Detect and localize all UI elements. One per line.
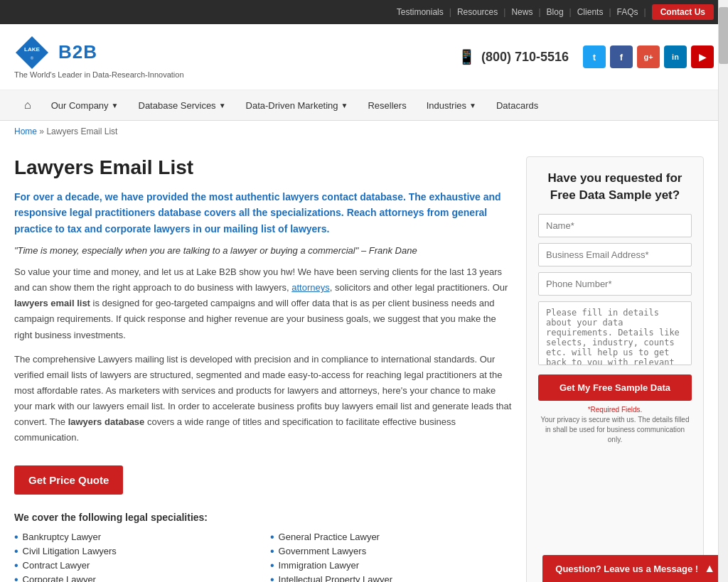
list-item: •Intellectual Property Lawyer [270,573,512,582]
scrollbar-thumb[interactable] [719,7,728,64]
nav-data-driven-marketing[interactable]: Data-Driven Marketing ▼ [236,92,358,119]
attorneys-link[interactable]: attorneys [291,282,329,293]
quote-text: "Time is money, especially when you are … [14,245,512,256]
list-item: •Bankruptcy Lawyer [14,530,256,544]
nav-industries[interactable]: Industries ▼ [417,92,486,119]
googleplus-button[interactable]: g+ [637,45,660,68]
list-item: •Immigration Lawyer [270,559,512,573]
bottom-message-bar[interactable]: Question? Leave us a Message ! ▲ [542,555,728,582]
phone-number: (800) 710-5516 [481,50,569,65]
logo-box: LAKE ® B2B [14,35,97,69]
youtube-button[interactable]: ▶ [691,45,714,68]
top-bar: Testimonials | Resources | News | Blog |… [0,0,728,24]
svg-marker-0 [16,36,48,69]
nav-datacards[interactable]: Datacards [486,92,548,119]
logo-tagline: The World's Leader in Data-Research-Inno… [14,70,184,79]
svg-text:LAKE: LAKE [24,46,40,53]
page-title: Lawyers Email List [14,156,512,179]
message-field[interactable] [538,301,692,365]
logo-text: B2B [58,41,97,63]
submit-sample-button[interactable]: Get My Free Sample Data [538,374,692,401]
phone-field[interactable] [538,272,692,296]
list-item: •Civil Litigation Lawyers [14,544,256,559]
topbar-faqs[interactable]: FAQs [617,7,638,17]
svg-text:®: ® [31,56,34,60]
scrollbar[interactable] [718,0,728,582]
nav-our-company[interactable]: Our Company ▼ [41,92,129,119]
list-item: •General Practice Lawyer [270,530,512,544]
nav-resellers[interactable]: Resellers [358,92,416,119]
form-title: Have you requested for Free Data Sample … [538,170,692,204]
topbar-testimonials[interactable]: Testimonials [397,7,444,17]
get-price-quote-button[interactable]: Get Price Quote [14,465,123,495]
breadcrumb-home[interactable]: Home [14,126,37,136]
topbar-clients[interactable]: Clients [577,7,604,17]
specialties-col2: •General Practice Lawyer •Government Law… [270,530,512,582]
chevron-up-icon: ▲ [704,562,715,575]
list-item: •Corporate Lawyer [14,573,256,582]
body-text-1: So value your time and money, and let us… [14,264,512,343]
bottom-bar-label: Question? Leave us a Message ! [555,564,698,574]
topbar-news[interactable]: News [511,7,532,17]
breadcrumb-current: Lawyers Email List [46,126,117,136]
nav-home[interactable]: ⌂ [14,90,41,120]
our-company-arrow-icon: ▼ [112,102,119,109]
body-text-2: The comprehensive Lawyers mailing list i… [14,352,512,446]
header-right: 📱 (800) 710-5516 t f g+ in ▶ [458,45,714,68]
form-required-note: *Required Fields. Your privacy is secure… [538,405,692,445]
database-services-arrow-icon: ▼ [219,102,226,109]
main-layout: Lawyers Email List For over a decade, we… [0,142,728,582]
name-field[interactable] [538,214,692,237]
logo-diamond-icon: LAKE ® [14,35,50,70]
list-item: •Contract Lawyer [14,559,256,573]
facebook-button[interactable]: f [610,45,633,68]
social-icons: t f g+ in ▶ [583,45,714,68]
header: LAKE ® B2B The World's Leader in Data-Re… [0,24,728,90]
contact-us-button[interactable]: Contact Us [652,4,714,20]
content-area: Lawyers Email List For over a decade, we… [14,156,512,582]
phone-icon: 📱 [458,48,476,65]
nav-bar: ⌂ Our Company ▼ Database Services ▼ Data… [0,90,728,121]
email-field[interactable] [538,243,692,266]
industries-arrow-icon: ▼ [469,102,476,109]
specialties-grid: •Bankruptcy Lawyer •Civil Litigation Law… [14,530,512,582]
breadcrumb: Home » Lawyers Email List [0,121,728,142]
sidebar-form: Have you requested for Free Data Sample … [526,156,704,582]
data-driven-arrow-icon: ▼ [341,102,348,109]
nav-database-services[interactable]: Database Services ▼ [129,92,236,119]
logo-area: LAKE ® B2B The World's Leader in Data-Re… [14,35,184,79]
topbar-resources[interactable]: Resources [457,7,498,17]
specialties-col1: •Bankruptcy Lawyer •Civil Litigation Law… [14,530,256,582]
intro-text: For over a decade, we have provided the … [14,189,512,237]
twitter-button[interactable]: t [583,45,606,68]
specialties-heading: We cover the following legal specialitie… [14,512,512,523]
phone-area: 📱 (800) 710-5516 [458,48,569,65]
list-item: •Government Lawyers [270,544,512,559]
linkedin-button[interactable]: in [664,45,687,68]
topbar-blog[interactable]: Blog [547,7,564,17]
